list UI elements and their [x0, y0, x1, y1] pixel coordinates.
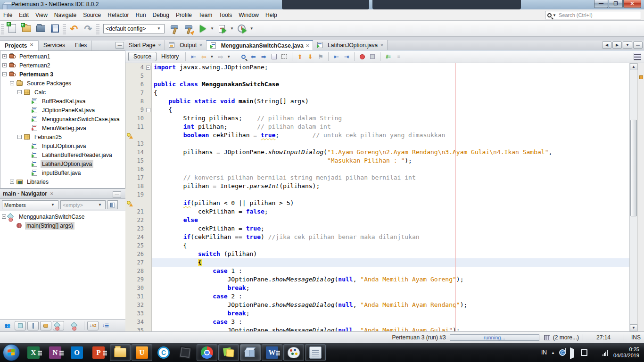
taskbar-clock[interactable]: 0:25 04/03/2019	[613, 346, 639, 359]
tree-item[interactable]: inputBuffer.java	[0, 168, 125, 177]
minimize-editor[interactable]: —	[633, 41, 643, 49]
previous-bookmark-icon[interactable]: ⬆	[295, 52, 305, 61]
vertical-scrollbar[interactable]: ▲ ▼	[629, 63, 637, 331]
code-line[interactable]: 26 switch (pilihan)	[125, 250, 629, 258]
tree-item[interactable]: −Pertemuan 3	[0, 70, 125, 79]
next-occurrence-icon[interactable]: ➡	[259, 52, 268, 61]
close-icon[interactable]: ✕	[30, 42, 33, 47]
rectangular-selection-icon[interactable]	[280, 52, 289, 61]
warning-icon[interactable]	[127, 133, 132, 138]
code-line[interactable]: 24 if(cekPilihan == true) //jika cek pil…	[125, 233, 629, 241]
toggle-bookmark-icon[interactable]: ⚑	[316, 52, 325, 61]
tree-item[interactable]: +Pertemuan2	[0, 61, 125, 70]
close-button[interactable]: ✕	[623, 0, 641, 8]
members-combobox[interactable]: Members ▼	[2, 200, 58, 209]
error-stripe[interactable]	[637, 63, 644, 331]
comment-icon[interactable]: //≡	[383, 52, 393, 61]
split-editor-icon[interactable]	[634, 53, 641, 60]
expand-icon[interactable]: +	[10, 180, 14, 184]
run-project-button[interactable]	[196, 22, 209, 35]
start-macro-icon[interactable]	[357, 52, 367, 61]
process-list-icon[interactable]	[544, 335, 550, 340]
chevron-down-icon[interactable]: ▼	[210, 55, 214, 59]
code-line[interactable]: 19	[125, 190, 629, 199]
warning-icon[interactable]	[127, 201, 132, 206]
taskbar-app-uc-browser[interactable]: U	[132, 344, 152, 361]
columns-button[interactable]	[107, 200, 118, 209]
code-line[interactable]: 32 JOptionPane.showMessageDialog(null, "…	[125, 301, 629, 309]
taskbar-app-excel[interactable]: X	[23, 344, 44, 361]
tray-expand-icon[interactable]: ▲	[551, 351, 555, 355]
menu-file[interactable]: File	[0, 10, 16, 20]
tab-list-dropdown[interactable]: ▼	[623, 41, 632, 49]
code-line[interactable]: 7{	[125, 89, 629, 97]
profile-project-button[interactable]	[236, 22, 249, 35]
scrollbar-thumb[interactable]	[630, 120, 637, 216]
code-line[interactable]: 15 "Masukkan Pilihan : ");	[125, 156, 629, 165]
code-line[interactable]: 25 {	[125, 241, 629, 250]
taskbar-app-powerpoint[interactable]: P	[88, 344, 109, 361]
inherited-members-icon[interactable]: 👥	[2, 321, 13, 330]
show-fields-button[interactable]	[15, 321, 26, 330]
toggle-highlight-icon[interactable]	[269, 52, 279, 61]
next-bookmark-icon[interactable]: ⬇	[305, 52, 315, 61]
code-line[interactable]: 22 else	[125, 216, 629, 224]
progress-bar[interactable]: running...	[450, 334, 539, 341]
code-line[interactable]: 18 pilihan = Integer.parseInt(pilihans);	[125, 182, 629, 190]
code-line[interactable]: 14 pilihans = JOptionPane.showInputDialo…	[125, 148, 629, 156]
code-line[interactable]: 4−import javax.swing.JOptionPane;	[125, 63, 629, 72]
close-icon[interactable]: ✕	[306, 43, 310, 48]
code-line[interactable]: 31 case 2 :	[125, 292, 629, 301]
code-line[interactable]: 34 case 3 :	[125, 318, 629, 326]
volume-icon[interactable]	[592, 349, 598, 356]
code-line[interactable]: 35 JOptionPane.showMessageDialog(null, "…	[125, 326, 629, 331]
code-line[interactable]: 9− {	[125, 106, 629, 114]
sort-alpha-button[interactable]: ↓AZ	[87, 321, 99, 330]
menu-refactor[interactable]: Refactor	[104, 10, 132, 20]
save-all-button[interactable]	[48, 22, 61, 35]
code-line[interactable]: 21 cekPilihan = false;	[125, 207, 629, 216]
maximize-button[interactable]: ❐	[609, 0, 623, 8]
menu-help[interactable]: Help	[262, 10, 281, 20]
taskbar-app-sticky-notes[interactable]	[218, 344, 239, 361]
menu-debug[interactable]: Debug	[149, 10, 173, 20]
config-combobox[interactable]: <default config> ▼	[103, 24, 165, 33]
editor-tab[interactable]: MenggunakanSwitchCase.java✕	[206, 40, 313, 50]
undo-button[interactable]: ↶	[67, 22, 81, 35]
redo-button[interactable]: ↷	[82, 22, 95, 35]
menu-navigate[interactable]: Navigate	[51, 10, 80, 20]
menu-view[interactable]: View	[32, 10, 51, 20]
show-non-public-button[interactable]	[40, 321, 51, 330]
menu-run[interactable]: Run	[132, 10, 149, 20]
forward-icon[interactable]: ⇨	[216, 52, 225, 61]
filter-combobox[interactable]: <empty> ▼	[60, 200, 106, 209]
scroll-tabs-left[interactable]: ◀	[602, 41, 611, 49]
expand-icon[interactable]: +	[2, 54, 7, 58]
taskbar-app-outlook[interactable]: O	[66, 344, 87, 361]
show-inner-classes-button[interactable]	[53, 321, 64, 330]
code-line[interactable]: 5	[125, 72, 629, 80]
minimize-button[interactable]: —	[594, 0, 608, 8]
taskbar-app-notepad[interactable]	[305, 344, 326, 361]
collapse-icon[interactable]: −	[2, 72, 7, 76]
code-line[interactable]: 11 int pilihan; // pilihan dalam int	[125, 123, 629, 131]
taskbar-app-c-app[interactable]: C	[153, 344, 174, 361]
editor-tab[interactable]: LatihanJOption.java✕	[313, 40, 388, 50]
collapse-icon[interactable]: −	[17, 135, 22, 139]
stop-macro-icon[interactable]	[368, 52, 377, 61]
code-line[interactable]: 10 String pilihans; // pilihan dalam Str…	[125, 114, 629, 123]
shift-right-icon[interactable]: ⇥	[342, 52, 351, 61]
code-line[interactable]: 28 case 1 :	[125, 267, 629, 275]
last-edit-icon[interactable]: ⇤	[189, 52, 198, 61]
tab-services[interactable]: Services	[39, 41, 70, 50]
tree-item[interactable]: −Februari25	[0, 132, 125, 141]
chevron-down-icon[interactable]: ▼	[250, 26, 254, 31]
tree-item[interactable]: LatihanJOption.java	[0, 159, 125, 168]
action-center-flag-icon[interactable]	[570, 349, 577, 356]
fold-collapse-icon[interactable]: −	[146, 66, 150, 70]
collapse-icon[interactable]: −	[17, 90, 22, 94]
source-view-button[interactable]: Source	[128, 52, 157, 61]
taskbar-app-explorer[interactable]	[110, 344, 131, 361]
tray-app-icon[interactable]: C	[559, 349, 566, 356]
tree-item[interactable]: BuffReadKal.java	[0, 97, 125, 106]
